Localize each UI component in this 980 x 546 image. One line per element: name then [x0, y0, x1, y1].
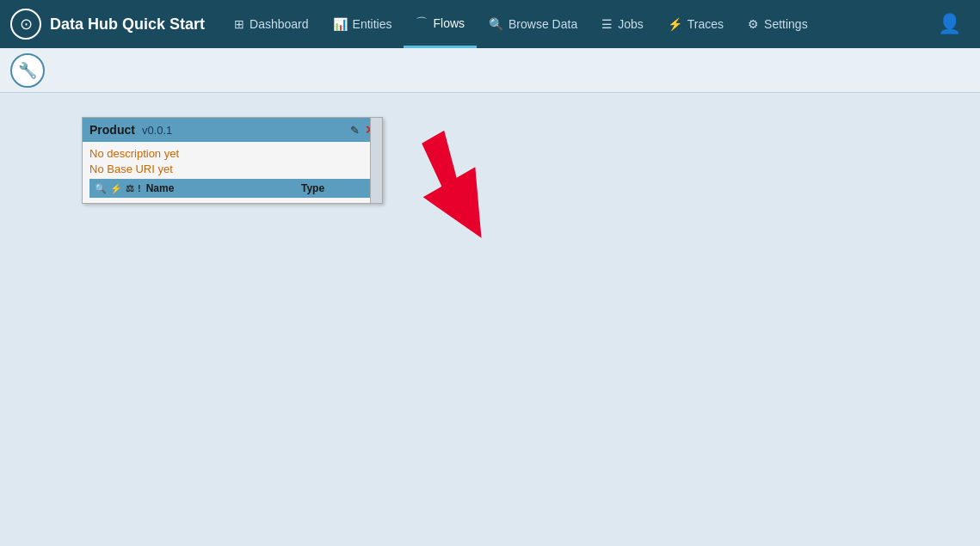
nav-item-traces[interactable]: ⚡ Traces	[656, 0, 736, 48]
nav-item-flows[interactable]: ⌒ Flows	[404, 0, 477, 48]
nav-item-settings[interactable]: ⚙ Settings	[736, 0, 820, 48]
logo-icon: ⊙	[10, 9, 41, 40]
weight-icon: ⚖	[126, 183, 134, 194]
edit-icon[interactable]: ✎	[350, 124, 360, 137]
nav-item-browse-data-label: Browse Data	[508, 17, 577, 31]
product-card-body: No description yet No Base URI yet 🔍 ⚡ ⚖…	[83, 142, 382, 203]
nav-item-jobs-label: Jobs	[618, 17, 644, 31]
navbar: ⊙ Data Hub Quick Start ⊞ Dashboard 📊 Ent…	[0, 0, 980, 48]
nav-item-settings-label: Settings	[764, 17, 808, 31]
product-card-header: Product v0.0.1 ✎ ✕	[83, 118, 382, 142]
col-type-header: Type	[301, 182, 370, 194]
app-title: Data Hub Quick Start	[50, 15, 205, 34]
user-icon[interactable]: 👤	[929, 13, 970, 35]
flows-icon: ⌒	[416, 15, 428, 31]
wrench-button[interactable]: 🔧	[10, 53, 45, 88]
scrollbar[interactable]	[370, 118, 382, 203]
table-icons: 🔍 ⚡ ⚖ !	[95, 183, 141, 194]
nav-item-dashboard[interactable]: ⊞ Dashboard	[222, 0, 321, 48]
nav-item-browse-data[interactable]: 🔍 Browse Data	[477, 0, 589, 48]
nav-item-traces-label: Traces	[687, 17, 724, 31]
svg-marker-0	[413, 127, 508, 239]
nav-item-dashboard-label: Dashboard	[250, 17, 309, 31]
exclamation-icon: !	[138, 183, 141, 193]
jobs-icon: ☰	[601, 17, 613, 31]
nav-items: ⊞ Dashboard 📊 Entities ⌒ Flows 🔍 Browse …	[222, 0, 970, 48]
nav-item-entities-label: Entities	[353, 17, 392, 31]
entities-icon: 📊	[333, 17, 348, 31]
nav-item-jobs[interactable]: ☰ Jobs	[589, 0, 656, 48]
col-name-header: Name	[146, 182, 296, 194]
product-version: v0.0.1	[142, 124, 172, 137]
product-card-title: Product v0.0.1	[89, 123, 172, 137]
dashboard-icon: ⊞	[234, 17, 244, 31]
canvas: Product v0.0.1 ✎ ✕ No description yet No…	[0, 93, 980, 546]
sub-navbar: 🔧	[0, 48, 980, 93]
arrow-pointer	[413, 127, 516, 242]
settings-icon: ⚙	[748, 17, 759, 31]
product-table-header: 🔍 ⚡ ⚖ ! Name Type	[89, 179, 375, 198]
product-name: Product	[89, 123, 135, 137]
search-small-icon: 🔍	[95, 183, 107, 194]
browse-data-icon: 🔍	[489, 17, 503, 31]
product-base-uri: No Base URI yet	[89, 163, 375, 175]
nav-logo: ⊙ Data Hub Quick Start	[10, 9, 205, 40]
traces-icon: ⚡	[668, 17, 682, 31]
product-card: Product v0.0.1 ✎ ✕ No description yet No…	[82, 117, 383, 204]
bolt-icon: ⚡	[110, 183, 122, 194]
nav-item-flows-label: Flows	[433, 16, 465, 30]
product-description: No description yet	[89, 147, 375, 160]
nav-item-entities[interactable]: 📊 Entities	[321, 0, 404, 48]
